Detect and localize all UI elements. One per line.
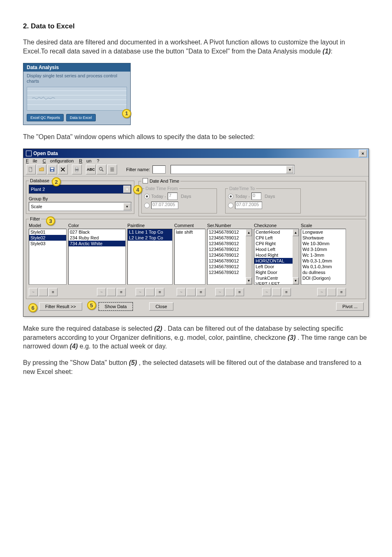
print-icon[interactable] [72, 165, 82, 174]
nav-btn[interactable]: = [117, 288, 126, 296]
from-today-radio[interactable] [144, 194, 150, 199]
list-item[interactable]: L2 Line 2 Top Co [128, 235, 172, 241]
nav-btn[interactable]: ~ [177, 288, 186, 296]
nav-btn[interactable]: = [282, 288, 291, 296]
od-titlebar[interactable]: Open Data × [23, 149, 369, 158]
nav-btn[interactable]: = [48, 288, 58, 296]
nav-btn[interactable]: ~ [29, 288, 38, 296]
nav-btn[interactable]: = [235, 288, 244, 296]
scroll-down-icon[interactable]: ▼ [246, 277, 252, 284]
list-item[interactable]: 123456789012 [208, 269, 246, 275]
list-item[interactable]: L1 Line 1 Top Co [128, 229, 172, 235]
to-today-radio[interactable] [228, 194, 233, 199]
to-date-radio[interactable] [228, 203, 233, 208]
datetime-checkbox[interactable] [143, 178, 148, 183]
list-item[interactable]: 123456789012 [208, 246, 246, 252]
nav-btn[interactable] [107, 288, 116, 296]
nav-btn[interactable]: ~ [262, 288, 271, 296]
database-dropdown[interactable]: Plant 2 [29, 185, 131, 194]
checkzone-listbox[interactable]: CenterHoodCPil LeftCPil RightHood LeftHo… [254, 229, 299, 285]
list-item[interactable]: Wd 3-10mm [301, 246, 346, 252]
scroll-up-icon[interactable]: ▲ [293, 229, 299, 236]
list-item[interactable]: CPil Right [254, 241, 293, 246]
comment-listbox[interactable]: late shift [174, 229, 205, 285]
list-item[interactable]: 123456789012 [208, 258, 246, 264]
data-to-excel-button[interactable]: Data to Excel [66, 114, 96, 121]
list-item[interactable]: 234 Ruby Red [69, 235, 125, 241]
list-item[interactable]: Shortwave [301, 235, 346, 241]
nav-btn[interactable] [39, 288, 48, 296]
filter-name-input[interactable] [152, 165, 166, 174]
from-date-input[interactable]: 07.07.2005 [151, 202, 178, 209]
nav-btn[interactable] [145, 288, 154, 296]
model-listbox[interactable]: Style01Style02Style03 [29, 229, 67, 285]
list-item[interactable]: Left Door [254, 264, 293, 269]
find-icon[interactable] [97, 165, 106, 174]
list-item[interactable]: Right Door [254, 269, 293, 275]
list-item[interactable]: 027 Black [69, 229, 125, 235]
groupby-dropdown[interactable]: Scale [29, 202, 131, 211]
menu-help[interactable]: ? [97, 158, 99, 163]
to-days-input[interactable]: 0 [251, 193, 261, 200]
from-date-radio[interactable] [144, 203, 150, 208]
list-item[interactable]: 123456789012 [208, 264, 246, 269]
list-item[interactable]: HORIZONTAL [254, 258, 293, 264]
paintline-listbox[interactable]: L1 Line 1 Top CoL2 Line 2 Top Co [127, 229, 173, 285]
list-item[interactable]: Wa 0,1-0,3mm [301, 264, 346, 269]
list-item[interactable]: 123456789012 [208, 235, 246, 241]
list-icon[interactable] [107, 165, 117, 174]
list-item[interactable]: CPil Left [254, 235, 293, 241]
list-item[interactable]: Style02 [29, 235, 66, 241]
menu-configuration[interactable]: Configuration [43, 158, 74, 163]
list-item[interactable]: We 10-30mm [301, 241, 346, 246]
list-item[interactable]: DOI (Dorigon) [301, 275, 346, 281]
list-item[interactable]: Hood Left [254, 246, 293, 252]
delete-icon[interactable] [58, 165, 68, 174]
close-button[interactable]: Close [149, 302, 173, 311]
sernumber-listbox[interactable]: 1234567890121234567890121234567890121234… [207, 229, 252, 285]
color-listbox[interactable]: 027 Black234 Ruby Red734 Arctic White [68, 229, 126, 285]
menu-file[interactable]: File [26, 158, 37, 163]
nav-btn[interactable]: = [337, 288, 346, 296]
nav-btn[interactable]: ~ [215, 288, 224, 296]
list-item[interactable]: 123456789012 [208, 241, 246, 246]
list-item[interactable]: late shift [175, 229, 205, 235]
list-item[interactable]: Style01 [29, 229, 66, 235]
nav-btn[interactable]: = [155, 288, 164, 296]
nav-btn[interactable]: ~ [136, 288, 145, 296]
excel-qc-reports-button[interactable]: Excel QC Reports [27, 114, 64, 121]
list-item[interactable]: VERT LEFT [254, 281, 293, 285]
pivot-button[interactable]: Pivot ... [336, 302, 364, 311]
list-item[interactable]: 123456789012 [208, 229, 246, 235]
list-item[interactable]: Hood Right [254, 252, 293, 258]
list-item[interactable]: du dullness [301, 269, 346, 275]
nav-btn[interactable]: ~ [317, 288, 326, 296]
nav-btn[interactable]: = [196, 288, 205, 296]
list-item[interactable]: 123456789012 [208, 252, 246, 258]
list-item[interactable]: CenterHood [254, 229, 293, 235]
list-item[interactable]: Longwave [301, 229, 346, 235]
list-item[interactable]: Wc 1-3mm [301, 252, 346, 258]
list-item[interactable]: Wb 0,3-1,0mm [301, 258, 346, 264]
list-item[interactable]: Style03 [29, 241, 66, 246]
from-days-input[interactable]: 7 [168, 193, 178, 200]
scroll-up-icon[interactable]: ▲ [246, 229, 252, 236]
list-item[interactable]: TrunkCentr [254, 275, 293, 281]
to-date-input[interactable]: 07.07.2005 [235, 202, 262, 209]
nav-btn[interactable] [327, 288, 336, 296]
close-icon[interactable]: × [359, 150, 367, 157]
save-icon[interactable] [47, 165, 57, 174]
filter-result-button[interactable]: Filter Result >> [39, 302, 82, 311]
list-item[interactable]: 734 Arctic White [69, 241, 125, 246]
scale-listbox[interactable]: LongwaveShortwaveWe 10-30mmWd 3-10mmWc 1… [301, 229, 346, 285]
show-data-button[interactable]: Show Data [99, 302, 133, 311]
menu-run[interactable]: Run [79, 158, 91, 163]
nav-btn[interactable] [272, 288, 281, 296]
nav-btn[interactable]: ~ [97, 288, 106, 296]
nav-btn[interactable] [225, 288, 234, 296]
filter-name-dropdown[interactable] [171, 165, 295, 174]
open-icon[interactable] [37, 165, 46, 174]
scroll-down-icon[interactable]: ▼ [293, 277, 299, 284]
new-icon[interactable] [26, 165, 36, 174]
nav-btn[interactable] [187, 288, 196, 296]
